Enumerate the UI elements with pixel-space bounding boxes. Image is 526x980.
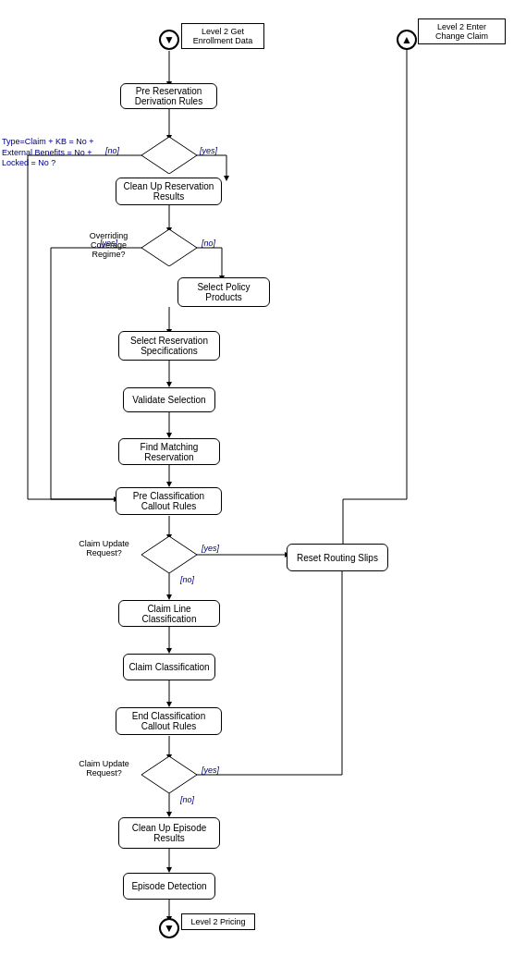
svg-marker-53 <box>141 137 197 174</box>
validate-selection-box: Validate Selection <box>123 387 215 412</box>
pre-reservation-box: Pre Reservation Derivation Rules <box>120 83 217 109</box>
find-matching-box: Find Matching Reservation <box>118 438 220 465</box>
diamond3-yes-label: [yes] <box>202 544 219 553</box>
flowchart-diagram: ▼ Level 2 Get Enrollment Data ▲ Level 2 … <box>0 0 526 980</box>
condition1-label: Type=Claim + KB = No + External Benefits… <box>2 137 104 169</box>
claim-update1-label: Claim Update Request? <box>69 539 139 557</box>
clean-up-reservation-box: Clean Up Reservation Results <box>116 178 222 205</box>
claim-classification-box: Claim Classification <box>123 654 215 680</box>
select-policy-box: Select Policy Products <box>177 277 270 307</box>
enrollment-circle: ▼ <box>159 30 179 50</box>
claim-update2-diamond <box>141 756 197 793</box>
svg-marker-54 <box>141 229 197 266</box>
level2-pricing-label: Level 2 Pricing <box>181 913 255 930</box>
diamond2-no-label: [no] <box>202 239 215 248</box>
diamond2-yes-label: [yes] <box>100 239 117 248</box>
episode-detection-box: Episode Detection <box>123 873 215 900</box>
clean-up-episode-box: Clean Up Episode Results <box>118 817 220 849</box>
diamond4-yes-label: [yes] <box>202 766 219 775</box>
svg-marker-6 <box>224 176 229 181</box>
end-classification-box: End Classification Callout Rules <box>116 707 222 735</box>
diamond1-yes-label: [yes] <box>200 146 217 155</box>
claim-update1-diamond <box>141 536 197 573</box>
enter-change-circle: ▲ <box>397 30 417 50</box>
level2-enrollment-label: Level 2 Get Enrollment Data <box>181 23 264 49</box>
svg-marker-56 <box>141 756 197 793</box>
pricing-circle: ▼ <box>159 918 179 938</box>
diamond4-no-label: [no] <box>180 795 194 804</box>
diamond3-no-label: [no] <box>180 575 194 584</box>
claim-line-classification-box: Claim Line Classification <box>118 600 220 627</box>
claim-update2-label: Claim Update Request? <box>69 759 139 778</box>
condition1-diamond <box>141 137 197 174</box>
diamond1-no-label: [no] <box>105 146 119 155</box>
select-reservation-spec-box: Select Reservation Specifications <box>118 331 220 361</box>
svg-marker-55 <box>141 536 197 573</box>
level2-enter-change-label: Level 2 Enter Change Claim <box>418 18 506 44</box>
reset-routing-box: Reset Routing Slips <box>287 544 388 571</box>
overriding-coverage-diamond <box>141 229 197 266</box>
pre-classification-box: Pre Classification Callout Rules <box>116 487 222 515</box>
